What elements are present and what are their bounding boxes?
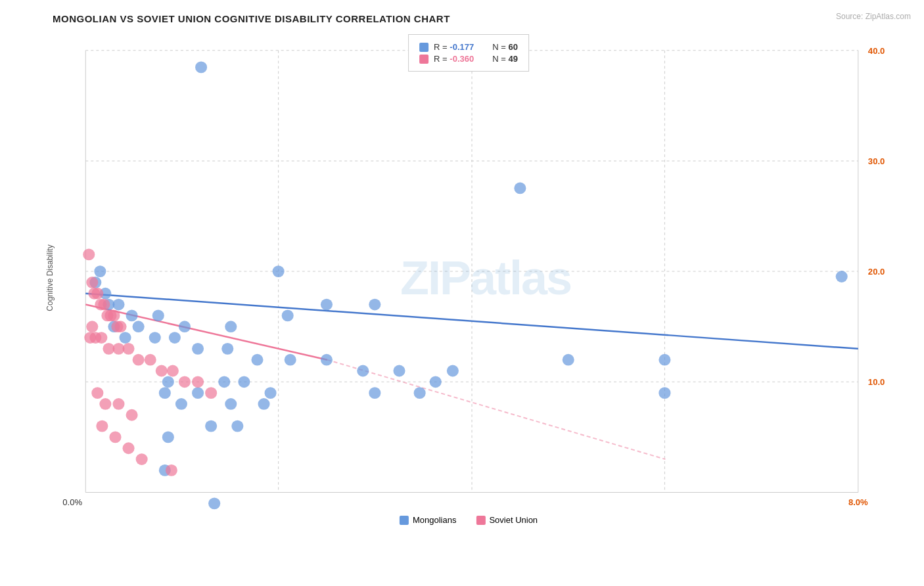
svg-point-20 <box>514 183 526 194</box>
svg-point-34 <box>126 309 138 321</box>
svg-point-60 <box>162 376 174 388</box>
svg-point-98 <box>123 442 135 454</box>
svg-point-58 <box>159 387 171 399</box>
svg-point-88 <box>167 365 179 377</box>
svg-point-51 <box>393 365 405 377</box>
svg-point-45 <box>192 343 204 355</box>
svg-point-48 <box>285 354 296 366</box>
svg-text:8.0%: 8.0% <box>848 497 868 507</box>
bottom-legend: Mongolians Soviet Union <box>400 515 538 525</box>
svg-point-93 <box>99 398 111 410</box>
svg-point-76 <box>108 309 120 321</box>
svg-point-49 <box>321 354 333 366</box>
svg-text:20.0%: 20.0% <box>868 267 885 277</box>
svg-point-56 <box>162 432 174 443</box>
svg-point-100 <box>166 464 177 476</box>
mongolian-swatch <box>419 43 428 52</box>
chart-title: MONGOLIAN VS SOVIET UNION COGNITIVE DISA… <box>53 13 885 24</box>
chart-area: Cognitive Disability R = -0.177 N = 60 R… <box>53 31 885 525</box>
svg-point-64 <box>265 387 277 399</box>
svg-point-84 <box>123 343 135 355</box>
svg-point-99 <box>136 453 148 465</box>
soviet-legend: Soviet Union <box>476 515 538 525</box>
svg-point-33 <box>152 309 164 321</box>
svg-point-85 <box>133 354 145 366</box>
svg-text:10.0%: 10.0% <box>868 377 885 387</box>
svg-point-91 <box>205 387 217 399</box>
svg-text:0.0%: 0.0% <box>62 497 82 507</box>
svg-point-27 <box>273 265 285 277</box>
soviet-swatch <box>419 55 428 64</box>
svg-point-30 <box>282 309 294 321</box>
svg-point-32 <box>179 321 191 332</box>
svg-point-23 <box>563 354 574 366</box>
source-label: Source: ZipAtlas.com <box>836 12 911 21</box>
svg-point-73 <box>98 299 110 311</box>
svg-point-68 <box>83 248 95 260</box>
svg-point-94 <box>112 398 124 410</box>
svg-point-86 <box>145 354 156 366</box>
soviet-n-label: N = 49 <box>492 54 518 64</box>
svg-point-92 <box>91 387 103 399</box>
svg-point-87 <box>156 365 168 377</box>
y-axis-label: Cognitive Disability <box>45 244 55 311</box>
svg-point-44 <box>169 332 181 344</box>
chart-container: MONGOLIAN VS SOVIET UNION COGNITIVE DISA… <box>0 0 924 586</box>
svg-text:30.0%: 30.0% <box>868 156 885 166</box>
svg-point-57 <box>231 420 243 432</box>
scatter-plot: 40.0% 30.0% 20.0% 10.0% 0.0% 8.0% <box>53 31 885 525</box>
svg-point-61 <box>205 420 217 432</box>
svg-point-22 <box>414 387 426 399</box>
svg-point-101 <box>84 332 96 344</box>
svg-point-47 <box>251 354 263 366</box>
svg-point-90 <box>192 376 204 388</box>
svg-point-38 <box>94 265 106 277</box>
svg-point-78 <box>114 321 126 332</box>
svg-point-96 <box>96 420 108 432</box>
mongolian-legend: Mongolians <box>400 515 457 525</box>
mongolian-label: Mongolians <box>413 515 457 525</box>
svg-point-89 <box>179 376 191 388</box>
svg-point-53 <box>192 387 204 399</box>
svg-point-21 <box>447 365 459 377</box>
svg-point-79 <box>86 321 98 332</box>
svg-point-59 <box>175 398 187 410</box>
svg-point-50 <box>357 365 369 377</box>
svg-text:40.0%: 40.0% <box>868 46 885 56</box>
svg-point-67 <box>208 497 220 509</box>
soviet-bottom-swatch <box>476 516 485 525</box>
mongolian-n-label: N = 60 <box>492 42 518 52</box>
svg-point-69 <box>86 277 98 288</box>
svg-point-62 <box>218 376 230 388</box>
svg-point-65 <box>369 387 381 399</box>
svg-point-55 <box>258 398 269 410</box>
svg-point-29 <box>369 299 381 311</box>
svg-line-18 <box>327 360 665 459</box>
svg-point-42 <box>133 321 145 332</box>
legend-box: R = -0.177 N = 60 R = -0.360 N = 49 <box>408 34 529 72</box>
svg-point-19 <box>195 62 207 74</box>
svg-point-81 <box>95 332 107 344</box>
svg-point-28 <box>321 299 333 311</box>
legend-row-soviet: R = -0.360 N = 49 <box>419 54 518 64</box>
soviet-r-label: R = -0.360 <box>434 54 474 64</box>
svg-point-31 <box>225 321 237 332</box>
svg-point-63 <box>238 376 250 388</box>
soviet-label: Soviet Union <box>489 515 538 525</box>
svg-point-71 <box>91 288 103 300</box>
svg-point-24 <box>658 354 670 366</box>
svg-point-95 <box>126 409 138 421</box>
svg-point-41 <box>119 332 131 344</box>
legend-row-mongolian: R = -0.177 N = 60 <box>419 42 518 52</box>
svg-point-25 <box>836 271 848 282</box>
svg-point-52 <box>430 376 442 388</box>
svg-point-97 <box>109 432 121 443</box>
svg-point-46 <box>221 343 233 355</box>
mongolian-bottom-swatch <box>400 516 409 525</box>
svg-point-43 <box>149 332 161 344</box>
svg-point-54 <box>225 398 237 410</box>
svg-point-26 <box>658 387 670 399</box>
mongolian-r-label: R = -0.177 <box>434 42 474 52</box>
